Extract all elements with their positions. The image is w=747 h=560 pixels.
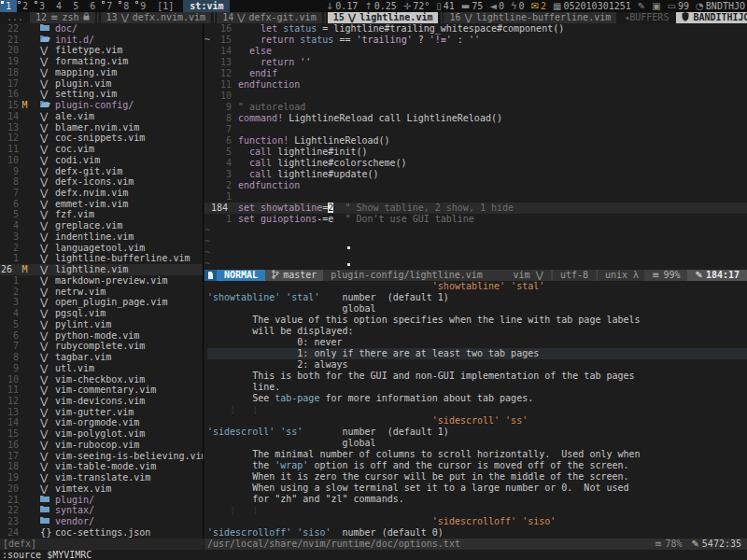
defx-row[interactable]: 24{}coc-settings.json bbox=[0, 527, 203, 539]
defx-row[interactable]: 1⋁markdown-preview.vim bbox=[0, 275, 203, 287]
editor-line[interactable]: 7 bbox=[204, 124, 747, 135]
defx-row[interactable]: 2⋁netrw.vim bbox=[0, 287, 203, 298]
editor-line[interactable]: 10 bbox=[204, 91, 747, 102]
defx-row[interactable]: 19⋁vim-translate.vim bbox=[0, 472, 203, 483]
defx-row[interactable]: 6⋁python-mode.vim bbox=[0, 330, 203, 342]
help-line[interactable]: When using a slow terminal set it to a l… bbox=[207, 483, 747, 494]
help-line[interactable]: 'sidescroll' 'ss' bbox=[207, 415, 747, 427]
defx-row[interactable]: 21plugin/ bbox=[0, 495, 203, 506]
defx-file-tree[interactable]: 22doc/21init.d/20⋁filetype.vim19⋁formati… bbox=[0, 23, 204, 539]
editor-line[interactable]: 14 else bbox=[204, 46, 747, 57]
help-line[interactable]: line. bbox=[207, 382, 747, 393]
tmux-window-14[interactable]: 14⋁defx-git.vim bbox=[217, 12, 322, 23]
defx-row[interactable]: 17⋁plugin.vim bbox=[0, 78, 203, 90]
workspace-tag-7[interactable]: 7 bbox=[101, 0, 118, 12]
defx-row[interactable]: 8⋁tagbar.vim bbox=[0, 352, 203, 363]
editor-line[interactable]: 8command! LightlineReload call Lightline… bbox=[204, 113, 747, 124]
defx-row[interactable]: 18⋁mapping.vim bbox=[0, 67, 203, 78]
defx-row[interactable]: 23vendor/ bbox=[0, 516, 203, 527]
vim-command-line[interactable]: :source $MYVIMRC bbox=[0, 550, 747, 560]
help-line[interactable]: See tab-page for more information about … bbox=[207, 393, 747, 404]
help-line[interactable]: global bbox=[207, 438, 747, 449]
editor-line[interactable]: 12 endif bbox=[204, 68, 747, 79]
editor-line[interactable]: 184set showtabline=2 " Show tabline, 2 s… bbox=[204, 203, 747, 214]
help-line[interactable]: The minimal number of columns to scroll … bbox=[207, 449, 747, 460]
editor-line[interactable]: 13 return '' bbox=[204, 57, 747, 68]
editor-line[interactable]: ~15 return status == 'trailing' ? '!≡' :… bbox=[204, 35, 747, 46]
help-line[interactable]: 'sidescrolloff' 'siso' number (default 0… bbox=[207, 527, 747, 539]
tmux-window-15[interactable]: 15⋁lightline.vim bbox=[328, 12, 439, 23]
defx-row[interactable]: 9⋁defx-git.vim bbox=[0, 166, 203, 177]
editor-line[interactable]: ~ bbox=[204, 259, 747, 270]
editor-line[interactable]: 9" autoreload bbox=[204, 102, 747, 113]
editor-line[interactable]: ~ bbox=[204, 236, 747, 247]
help-line[interactable]: for "zh" and "zl" commands. bbox=[207, 494, 747, 505]
editor-line[interactable]: 5 call lightline#init() bbox=[204, 147, 747, 158]
help-line[interactable]: 0: never bbox=[207, 337, 747, 348]
defx-row[interactable]: 4⋁pgsql.vim bbox=[0, 308, 203, 319]
defx-row[interactable]: 10⋁vim-checkbox.vim bbox=[0, 374, 203, 385]
help-line[interactable]: The value of this option specifies when … bbox=[207, 315, 747, 326]
help-line[interactable]: 'sidescrolloff' 'siso' bbox=[207, 516, 747, 527]
defx-row[interactable]: 20⋁filetype.vim bbox=[0, 45, 203, 56]
help-line[interactable]: 1: only if there are at least two tab pa… bbox=[207, 348, 747, 359]
help-window[interactable]: 'showtabline' 'stal''showtabline' 'stal'… bbox=[204, 281, 747, 539]
defx-row[interactable]: 18⋁vim-table-mode.vim bbox=[0, 461, 203, 472]
defx-row[interactable]: 17⋁vim-seeing-is-believing.vim bbox=[0, 451, 203, 462]
defx-row[interactable]: 4⋁greplace.vim bbox=[0, 220, 203, 231]
help-link[interactable]: tab-page bbox=[275, 393, 319, 403]
defx-row[interactable]: 12⋁coc-snippets.vim bbox=[0, 133, 203, 144]
help-line[interactable]: ¦ ¦ bbox=[207, 505, 747, 516]
help-line[interactable]: 'showtabline' 'stal' bbox=[207, 281, 747, 292]
workspace-tag-6[interactable]: 6 bbox=[84, 0, 101, 12]
defx-row[interactable]: 1⋁lightline-bufferline.vim bbox=[0, 253, 203, 264]
editor-line[interactable]: 2endfunction bbox=[204, 180, 747, 191]
help-line[interactable]: the 'wrap' option is off and the cursor … bbox=[207, 460, 747, 471]
defx-row[interactable]: 12⋁vim-devicons.vim bbox=[0, 396, 203, 407]
editor-line[interactable]: ~ bbox=[204, 225, 747, 236]
editor-line[interactable]: 3 call lightline#update() bbox=[204, 169, 747, 180]
workspace-tag-1[interactable]: 1 bbox=[0, 0, 17, 12]
help-line[interactable]: 'sidescroll' 'ss' number (default 1) bbox=[207, 427, 747, 438]
defx-row[interactable]: 9⋁utl.vim bbox=[0, 363, 203, 374]
defx-row[interactable]: 16⋁vim-rubocop.vim bbox=[0, 440, 203, 451]
defx-row[interactable]: 14⋁vim-orgmode.vim bbox=[0, 417, 203, 428]
workspace-tag-2[interactable]: 2 bbox=[17, 0, 34, 12]
editor-line[interactable]: 11endfunction bbox=[204, 79, 747, 91]
defx-row[interactable]: 22syntax/ bbox=[0, 505, 203, 516]
tmux-window-16[interactable]: 16⋁lightline-bufferline.vim bbox=[444, 12, 616, 23]
help-line[interactable]: ¦ ¦ bbox=[207, 404, 747, 415]
defx-row[interactable]: 15⋁vim-polyglot.vim bbox=[0, 428, 203, 440]
defx-row[interactable]: 19⋁formating.vim bbox=[0, 56, 203, 67]
defx-row[interactable]: 13⋁vim-gutter.vim bbox=[0, 407, 203, 418]
tmux-window-13[interactable]: 13⋁defx.nvim.vim bbox=[101, 12, 212, 23]
help-line[interactable]: will be displayed: bbox=[207, 326, 747, 337]
workspace-tag-3[interactable]: 3 bbox=[34, 0, 50, 12]
help-line[interactable]: global bbox=[207, 303, 747, 315]
editor-window[interactable]: 16 let status = lightline#trailing_white… bbox=[204, 23, 747, 270]
defx-row[interactable]: 3⋁open_plugin_page.vim bbox=[0, 297, 203, 308]
defx-row[interactable]: 5⋁fzf.vim bbox=[0, 209, 203, 220]
workspace-tag-9[interactable]: 9 bbox=[134, 0, 151, 12]
editor-line[interactable]: 16 let status = lightline#trailing_white… bbox=[204, 23, 747, 35]
defx-row[interactable]: 16⋁setting.vim bbox=[0, 89, 203, 100]
defx-row[interactable]: 11⋁coc.vim bbox=[0, 144, 203, 155]
help-line[interactable]: This is both for the GUI and non-GUI imp… bbox=[207, 371, 747, 382]
defx-row[interactable]: 13⋁blamer.nvim.vim bbox=[0, 122, 203, 133]
defx-row[interactable]: 11⋁vim-commentary.vim bbox=[0, 385, 203, 396]
defx-row[interactable]: 10⋁codi.vim bbox=[0, 155, 203, 166]
defx-row[interactable]: 15Mplugin-config/ bbox=[0, 100, 203, 111]
defx-row[interactable]: 3⋁indentline.vim bbox=[0, 231, 203, 243]
workspace-tag-4[interactable]: 4 bbox=[50, 0, 67, 12]
editor-line[interactable]: 1set guioptions-=e " Don't use GUI tabli… bbox=[204, 214, 747, 225]
editor-line[interactable]: 4 call lightline#colorscheme() bbox=[204, 158, 747, 169]
defx-row[interactable]: 21init.d/ bbox=[0, 35, 203, 46]
defx-row[interactable]: 6⋁emmet-vim.vim bbox=[0, 199, 203, 210]
tmux-window-12[interactable]: 12≡zsh bbox=[30, 12, 95, 23]
defx-row[interactable]: 26M⋁lightline.vim bbox=[0, 264, 203, 275]
defx-row[interactable]: 20⋁vimtex.vim bbox=[0, 483, 203, 495]
defx-row[interactable]: 7⋁defx.nvim.vim bbox=[0, 188, 203, 199]
help-link[interactable]: 'wrap' bbox=[275, 460, 308, 470]
help-line[interactable]: 'showtabline' 'stal' number (default 1) bbox=[207, 292, 747, 303]
defx-row[interactable]: 14⋁ale.vim bbox=[0, 111, 203, 122]
